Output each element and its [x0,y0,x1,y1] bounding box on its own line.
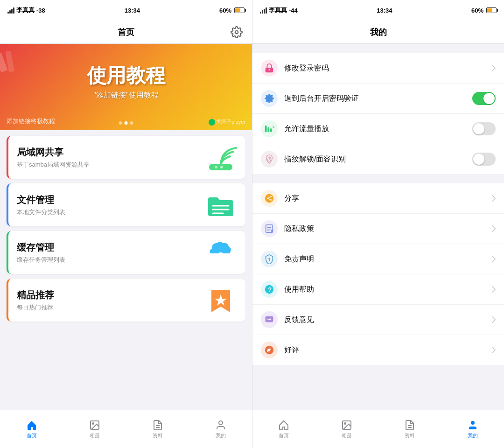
person-icon [215,420,226,431]
cloud-download-icon [204,238,237,266]
card-lan-share[interactable]: 局域网共享 基于samba局域网资源共享 [7,136,245,179]
left-tab-mine[interactable]: 我的 [189,410,252,448]
right-tab-album-label: 相册 [342,432,352,439]
right-document-icon [404,420,415,431]
password-label: 修改登录密码 [284,63,492,73]
card-lan-desc: 基于samba局域网资源共享 [17,161,90,169]
left-tab-mine-label: 我的 [216,432,226,439]
tutorial-banner[interactable]: 使用教程 "添加链接"使用教程 添加链接终极教程 黑匣子player [0,44,252,130]
feedback-icon [264,315,274,325]
bg-verify-toggle[interactable] [472,92,496,105]
settings-gear-icon[interactable] [231,26,243,38]
document-icon [152,420,163,431]
home-icon [26,420,37,431]
chevron-right-icon [492,65,496,71]
left-panel: 李真真 -38 13:34 60% 首页 使用教程 [0,0,252,448]
settings-item-data-play[interactable]: U 允许流量播放 [252,114,504,144]
settings-section-1: 修改登录密码 退到后台开启密码验证 [252,53,504,174]
gear-icon [264,93,274,104]
banner-dots [119,121,133,125]
settings-item-disclaimer[interactable]: 免责声明 [252,244,504,274]
router-icon [204,143,237,171]
card-file-mgmt[interactable]: 文件管理 本地文件分类列表 [7,183,245,226]
left-tab-data-label: 资料 [153,432,163,439]
settings-item-privacy[interactable]: 隐私政策 [252,214,504,244]
privacy-chevron-icon [492,225,496,232]
banner-bottom-right-text: 黑匣子player [209,119,245,126]
card-file-title: 文件管理 [17,194,65,206]
left-tab-album-label: 相册 [90,432,100,439]
settings-item-biometric[interactable]: 指纹解锁/面容识别 [252,144,504,174]
left-carrier: 李真真 [16,6,35,14]
right-scroll-content: 修改登录密码 退到后台开启密码验证 [252,44,504,410]
svg-point-42 [269,319,270,320]
settings-item-password[interactable]: 修改登录密码 [252,53,504,84]
left-status-right: 60% [219,7,245,14]
right-tab-data-label: 资料 [405,432,415,439]
left-battery-pct: 60% [219,7,231,14]
svg-point-18 [269,69,270,70]
right-album-icon [341,420,352,431]
settings-section-2: 分享 隐私政策 [252,183,504,365]
help-icon: ? [264,284,274,294]
settings-item-feedback[interactable]: 反馈意见 [252,305,504,335]
right-person-icon [467,420,478,431]
feedback-label: 反馈意见 [284,315,492,325]
privacy-label: 隐私政策 [284,224,492,234]
card-cache-title: 缓存管理 [17,241,65,254]
svg-point-43 [270,319,271,320]
right-tab-album[interactable]: 相册 [315,410,378,448]
right-signal-icon [260,7,267,14]
left-tab-data[interactable]: 资料 [126,410,189,448]
brush-decor-icon [0,49,33,77]
settings-item-help[interactable]: ? 使用帮助 [252,274,504,305]
right-signal-strength: -44 [289,7,298,14]
shield-icon [264,254,274,264]
card-featured-desc: 每日热门推荐 [17,303,54,312]
svg-rect-21 [267,127,269,132]
right-nav-bar: 我的 [252,21,504,44]
review-label: 好评 [284,345,492,355]
right-home-icon [278,420,289,431]
data-play-toggle[interactable] [472,122,496,135]
left-nav-title: 首页 [118,27,134,38]
biometric-icon-wrap [261,151,278,168]
share-chevron-icon [492,195,496,202]
left-time: 13:34 [125,7,140,14]
biometric-label: 指纹解锁/面容识别 [284,154,472,164]
right-tab-home[interactable]: 首页 [252,410,315,448]
banner-bottom-left-text: 添加链接终极教程 [7,117,55,126]
banner-title: 使用教程 [87,63,165,89]
svg-point-24 [265,194,273,203]
help-label: 使用帮助 [284,285,492,294]
settings-item-bg-verify[interactable]: 退到后台开启密码验证 [252,84,504,114]
card-cache-mgmt[interactable]: 缓存管理 缓存任务管理列表 [7,231,245,274]
svg-rect-20 [265,126,267,133]
album-icon [89,420,100,431]
right-battery-icon [486,7,497,13]
svg-point-50 [471,421,475,425]
bg-verify-icon-wrap [261,90,278,107]
share-label: 分享 [284,194,492,203]
wechat-icon [209,119,215,126]
right-status-right: 60% [471,7,497,14]
right-tab-home-label: 首页 [279,432,289,439]
fingerprint-icon [264,154,274,164]
right-tab-mine[interactable]: 我的 [441,410,504,448]
svg-point-4 [215,166,217,168]
banner-subtitle: "添加链接"使用教程 [93,91,158,100]
right-tab-data[interactable]: 资料 [378,410,441,448]
biometric-toggle[interactable] [472,153,496,166]
left-tab-home[interactable]: 首页 [0,410,63,448]
settings-item-share[interactable]: 分享 [252,183,504,214]
settings-item-review[interactable]: 好评 [252,335,504,365]
right-tab-bar: 首页 相册 资料 [252,410,504,448]
right-status-bar: 李真真 -44 13:34 60% [252,0,504,21]
card-featured-title: 精品推荐 [17,289,54,301]
card-featured[interactable]: 精品推荐 每日热门推荐 [7,279,245,322]
disclaimer-label: 免责声明 [284,254,492,264]
left-tab-album[interactable]: 相册 [63,410,126,448]
svg-rect-22 [270,128,272,132]
svg-point-5 [220,166,223,168]
feedback-icon-wrap [261,311,278,328]
